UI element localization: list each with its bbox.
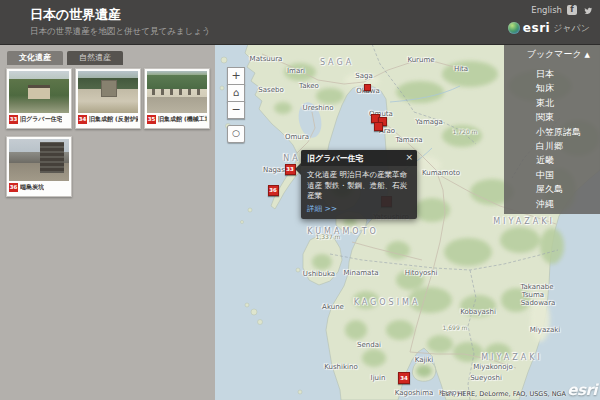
- card-caption: 33旧グラバー住宅: [9, 113, 69, 126]
- map-label-region: MIYAZAKI: [493, 217, 555, 226]
- map-label-city: Kagoshima: [395, 389, 434, 397]
- card-caption: 36端島炭坑: [9, 181, 69, 194]
- bookmark-item[interactable]: 東北: [536, 96, 600, 110]
- map-label-city: Ushibuka: [303, 270, 335, 278]
- popup-body: 文化遺産 明治日本の産業革命遺産 製鉄・製鋼、造船、石炭産業: [301, 166, 417, 204]
- map-label-city: Akune: [322, 303, 344, 311]
- map-label-city: Sadowara: [521, 299, 556, 307]
- site-label: 旧集成館 (機械工場): [158, 115, 207, 124]
- site-number-badge: 36: [9, 183, 18, 192]
- heritage-card[interactable]: 33旧グラバー住宅: [6, 68, 72, 129]
- map-label-city: Kurume: [407, 56, 434, 64]
- chevron-up-icon: ▲: [585, 51, 590, 59]
- map-label-city: Omura: [285, 133, 309, 141]
- map-label-peak: 1,699 m: [443, 324, 468, 331]
- map-label-city: Ureshino: [303, 104, 334, 112]
- map-label-city: Tsuma: [522, 291, 544, 299]
- heritage-card[interactable]: 35旧集成館 (機械工場): [144, 68, 210, 129]
- map-label-peak: 1,720 m: [453, 128, 478, 135]
- popup-close-button[interactable]: ×: [405, 152, 413, 162]
- bookmarks-header[interactable]: ブックマーク ▲: [504, 44, 600, 64]
- map-label-city: Sendai: [357, 341, 381, 349]
- twitter-icon[interactable]: [582, 5, 592, 15]
- map-label-city: Yamaga: [415, 118, 442, 126]
- map-label-city: Imari: [287, 67, 305, 75]
- map-controls: + ⌂ − ○: [227, 68, 245, 143]
- map-label-city: Kushikino: [324, 363, 357, 371]
- map-popup: 旧グラバー住宅 × 文化遺産 明治日本の産業革命遺産 製鉄・製鋼、造船、石炭産業…: [301, 150, 417, 219]
- map-label-city: Sueyoshi: [470, 374, 502, 382]
- map-marker-36[interactable]: 36: [268, 185, 279, 196]
- map-label-city: Saga: [355, 72, 372, 80]
- page-title: 日本の世界遺産: [30, 6, 121, 24]
- heritage-photo-hashima-coal-mine: [9, 139, 69, 181]
- bookmark-item[interactable]: 白川郷: [536, 139, 600, 153]
- card-caption: 34旧集成館 (反射炉跡): [78, 113, 138, 126]
- map-label-city: Miyakonojo: [473, 363, 512, 371]
- site-number-badge: 35: [147, 115, 156, 124]
- language-link[interactable]: English: [531, 5, 562, 15]
- tab-cultural-heritage[interactable]: 文化遺産: [7, 51, 63, 65]
- map-label-city: Kobayashi: [460, 308, 496, 316]
- map-label-city: Sasebo: [258, 86, 283, 94]
- map-marker-34[interactable]: 34: [398, 372, 410, 384]
- bookmark-item[interactable]: 関東: [536, 110, 600, 124]
- site-label: 旧集成館 (反射炉跡): [89, 115, 138, 124]
- heritage-card[interactable]: 36端島炭坑: [6, 136, 72, 197]
- esri-logo: esri ジャパン: [508, 21, 590, 35]
- tab-bar: 文化遺産自然遺産: [7, 51, 123, 65]
- zoom-out-button[interactable]: −: [227, 101, 245, 119]
- popup-title: 旧グラバー住宅: [301, 150, 417, 166]
- heritage-photo-shuseikan-factory: [147, 71, 207, 113]
- map-canvas[interactable]: SAGANAGASAKIKUMAMOTOKAGOSIMAMIYAZAKIMIYA…: [215, 44, 600, 400]
- card-caption: 35旧集成館 (機械工場): [147, 113, 207, 126]
- map-label-city: Matsuura: [250, 55, 283, 63]
- map-label-city: Takeo: [299, 82, 319, 90]
- heritage-card[interactable]: 34旧集成館 (反射炉跡): [75, 68, 141, 129]
- site-number-badge: 34: [78, 115, 87, 124]
- popup-details-link[interactable]: 詳細 >>: [301, 204, 417, 219]
- map-label-city: Ijuin: [371, 374, 386, 382]
- map-label-city: Miyazaki: [530, 326, 560, 334]
- bookmark-item[interactable]: 日本: [536, 67, 600, 81]
- site-number-badge: 33: [9, 115, 18, 124]
- bookmarks-title: ブックマーク: [527, 49, 582, 59]
- bookmarks-panel: ブックマーク ▲ 日本知床東北関東小笠原諸島白川郷近畿中国屋久島沖縄: [504, 44, 600, 214]
- bookmark-list: 日本知床東北関東小笠原諸島白川郷近畿中国屋久島沖縄: [504, 67, 600, 211]
- bookmark-item[interactable]: 中国: [536, 168, 600, 182]
- map-label-region: SAGA: [320, 58, 354, 67]
- heritage-photo-shuseikan-furnace: [78, 71, 138, 113]
- sidebar: 文化遺産自然遺産 33旧グラバー住宅34旧集成館 (反射炉跡)35旧集成館 (機…: [0, 44, 215, 400]
- map-label-city: Tamana: [395, 136, 422, 144]
- bookmark-item[interactable]: 近畿: [536, 153, 600, 167]
- bookmark-item[interactable]: 知床: [536, 81, 600, 95]
- site-label: 旧グラバー住宅: [20, 115, 62, 124]
- brand-name: esri: [523, 21, 550, 35]
- map-label-city: Takanabe: [520, 283, 553, 291]
- esri-watermark: esri: [567, 381, 597, 399]
- map-label-city: Minamata: [344, 269, 379, 277]
- page-subtitle: 日本の世界遺産を地図と併せて見てみましょう: [30, 26, 211, 38]
- facebook-icon[interactable]: f: [567, 5, 577, 15]
- map-marker-33[interactable]: 33: [285, 164, 296, 175]
- map-label-city: Kumamoto: [422, 169, 460, 177]
- app-header: 日本の世界遺産 日本の世界遺産を地図と併せて見てみましょう English f …: [0, 0, 600, 45]
- home-button[interactable]: ⌂: [227, 84, 245, 102]
- map-label-city: Kanoya: [439, 389, 465, 397]
- map-label-region: KUMAMOTO: [307, 227, 379, 236]
- bookmark-item[interactable]: 小笠原諸島: [536, 125, 600, 139]
- esri-globe-icon: [508, 22, 520, 34]
- tab-natural-heritage[interactable]: 自然遺産: [67, 51, 123, 65]
- locate-button[interactable]: ○: [227, 125, 245, 143]
- heritage-photo-glover-house: [9, 71, 69, 113]
- map-label-region: MIYAZAKI: [481, 353, 543, 362]
- map-attribution: Esri, HERE, DeLorme, FAO, USGS, NGA: [441, 390, 566, 398]
- bookmark-item[interactable]: 屋久島: [536, 182, 600, 196]
- header-links: English f: [531, 5, 592, 15]
- zoom-in-button[interactable]: +: [227, 67, 245, 85]
- map-marker[interactable]: [374, 122, 383, 131]
- map-label-region: KAGOSIMA: [354, 298, 421, 307]
- bookmark-item[interactable]: 沖縄: [536, 197, 600, 211]
- site-label: 端島炭坑: [20, 183, 44, 192]
- map-marker[interactable]: [364, 84, 371, 91]
